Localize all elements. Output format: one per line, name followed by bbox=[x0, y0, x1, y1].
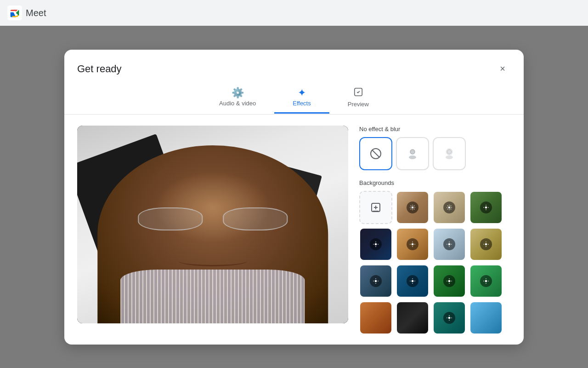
background-plant[interactable] bbox=[469, 191, 503, 224]
animated-icon bbox=[480, 201, 492, 213]
svg-point-21 bbox=[485, 243, 487, 245]
tab-audio-video-label: Audio & video bbox=[219, 100, 256, 107]
background-teal[interactable] bbox=[433, 301, 466, 334]
svg-point-5 bbox=[409, 155, 416, 159]
strong-blur-button[interactable] bbox=[433, 137, 466, 170]
background-ocean[interactable] bbox=[396, 264, 429, 298]
svg-point-15 bbox=[412, 206, 414, 208]
animated-icon bbox=[443, 238, 455, 250]
modal-dialog: Get ready × ⚙️ Audio & video ✦ Effects bbox=[64, 50, 524, 345]
person-background bbox=[77, 126, 348, 323]
tab-effects-label: Effects bbox=[293, 100, 311, 107]
backgrounds-section-title: Backgrounds bbox=[359, 179, 509, 186]
backgrounds-grid bbox=[359, 191, 509, 334]
modal-header: Get ready × bbox=[64, 50, 524, 77]
glasses bbox=[138, 207, 288, 229]
background-sky[interactable] bbox=[469, 301, 503, 334]
background-glass[interactable] bbox=[433, 228, 466, 261]
svg-point-16 bbox=[448, 206, 451, 208]
background-tropical[interactable] bbox=[433, 264, 466, 298]
upload-background-button[interactable] bbox=[359, 191, 392, 224]
svg-point-25 bbox=[485, 280, 487, 282]
modal-title: Get ready bbox=[77, 63, 122, 75]
background-kitchen[interactable] bbox=[396, 228, 429, 261]
animated-icon bbox=[443, 201, 455, 213]
effects-panel: No effect & blur bbox=[359, 126, 511, 334]
background-office[interactable] bbox=[433, 191, 466, 224]
tab-audio-video[interactable]: ⚙️ Audio & video bbox=[201, 84, 274, 114]
video-feed bbox=[77, 126, 348, 323]
background-stage[interactable] bbox=[396, 301, 429, 334]
app-title: Meet bbox=[26, 8, 46, 18]
svg-point-24 bbox=[448, 280, 451, 282]
preview-icon bbox=[353, 87, 363, 99]
animated-icon bbox=[370, 238, 382, 250]
app-bar: Meet bbox=[0, 0, 588, 26]
svg-point-8 bbox=[446, 155, 453, 159]
smile bbox=[178, 255, 247, 266]
background-warm-room[interactable] bbox=[396, 191, 429, 224]
effects-icon: ✦ bbox=[298, 88, 306, 98]
svg-point-20 bbox=[448, 243, 451, 245]
meet-logo-icon bbox=[7, 6, 22, 20]
svg-point-18 bbox=[375, 243, 377, 245]
person-face bbox=[97, 145, 328, 323]
shirt bbox=[120, 270, 305, 323]
backgrounds-section: Backgrounds bbox=[359, 179, 509, 334]
animated-icon bbox=[370, 275, 382, 287]
video-preview bbox=[77, 126, 348, 323]
animated-icon bbox=[480, 275, 492, 287]
animated-icon bbox=[443, 275, 455, 287]
audio-video-icon: ⚙️ bbox=[232, 88, 244, 98]
tab-bar: ⚙️ Audio & video ✦ Effects Preview bbox=[64, 77, 524, 115]
no-effect-section-title: No effect & blur bbox=[359, 126, 509, 132]
tab-preview[interactable]: Preview bbox=[329, 83, 387, 115]
blur-options-group bbox=[359, 137, 509, 170]
animated-icon bbox=[407, 238, 418, 250]
svg-rect-0 bbox=[7, 6, 22, 20]
slight-blur-button[interactable] bbox=[396, 137, 429, 170]
close-button[interactable]: × bbox=[494, 61, 511, 77]
background-library[interactable] bbox=[469, 228, 503, 261]
background-island[interactable] bbox=[469, 264, 503, 298]
modal-body: No effect & blur bbox=[64, 115, 524, 345]
no-effect-section: No effect & blur bbox=[359, 126, 509, 170]
svg-point-26 bbox=[448, 316, 451, 319]
no-effect-button[interactable] bbox=[359, 137, 392, 170]
svg-line-3 bbox=[372, 150, 379, 157]
svg-point-22 bbox=[375, 280, 377, 282]
animated-icon bbox=[407, 275, 418, 287]
background-sofa[interactable] bbox=[359, 264, 392, 298]
svg-point-23 bbox=[412, 280, 414, 282]
animated-icon bbox=[407, 201, 418, 213]
background-desert[interactable] bbox=[359, 301, 392, 334]
modal-overlay: Get ready × ⚙️ Audio & video ✦ Effects bbox=[0, 26, 588, 368]
svg-point-19 bbox=[412, 243, 414, 245]
tab-effects[interactable]: ✦ Effects bbox=[274, 84, 329, 114]
svg-point-17 bbox=[485, 206, 487, 208]
tab-preview-label: Preview bbox=[348, 101, 369, 108]
background-dark-space[interactable] bbox=[359, 228, 392, 261]
animated-icon bbox=[480, 238, 492, 250]
animated-icon bbox=[443, 312, 455, 324]
